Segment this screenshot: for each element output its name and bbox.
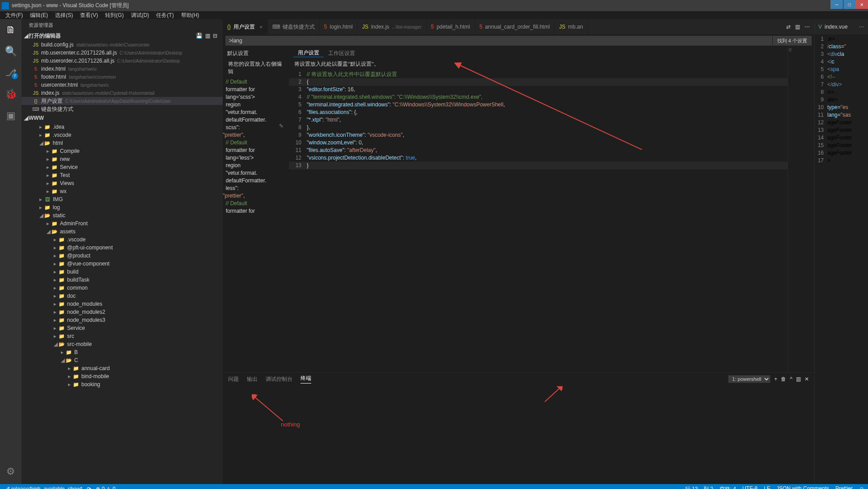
settings-gear-icon[interactable]: ⚙ — [0, 464, 21, 479]
tree-item[interactable]: ▸ 📁node_modules2 — [21, 308, 223, 316]
status-item[interactable]: ⎇ release/high_available_show* — [4, 486, 82, 489]
settings-search-input[interactable] — [225, 36, 772, 46]
menu-item[interactable]: 编辑(E) — [26, 12, 51, 19]
tree-item[interactable]: ▸ 📁.vscode — [21, 131, 223, 139]
tree-item[interactable]: ◢ 📂assets — [21, 228, 223, 236]
status-item[interactable]: ⟳ — [87, 486, 91, 489]
debug-icon[interactable]: 🐞 — [0, 87, 21, 101]
panel-tab[interactable]: 问题 — [228, 375, 239, 383]
close-all-icon[interactable]: ⊟ — [213, 33, 217, 39]
terminal-body[interactable]: nothing — [223, 385, 814, 484]
tree-item[interactable]: ▸ 📁.idea — [21, 123, 223, 131]
tree-item[interactable]: ▸ 🖼IMG — [21, 195, 223, 203]
terminal-selector[interactable]: 1: powershell — [728, 375, 771, 383]
settings-scope-tab[interactable]: 用户设置 — [293, 49, 324, 57]
workspace-section[interactable]: ◢ WWW — [21, 113, 223, 123]
status-item[interactable]: LF — [764, 485, 770, 489]
editor-tab[interactable]: JSmb.an — [555, 19, 588, 34]
tree-item[interactable]: ▸ 📁Service — [21, 324, 223, 332]
split-icon[interactable]: ▥ — [205, 33, 210, 39]
right-editor-code[interactable]: 1:e>2/ class="3 <div cla4 <i c5 <spa6 <!… — [815, 34, 868, 165]
split-panel-icon[interactable]: ▥ — [796, 376, 801, 382]
tree-item[interactable]: ▸ 📁AdminFront — [21, 219, 223, 228]
save-all-icon[interactable]: 💾 — [196, 33, 203, 39]
editor-tab[interactable]: 5pdetail_h.html — [427, 19, 475, 34]
menu-item[interactable]: 帮助(H) — [178, 12, 203, 19]
tree-item[interactable]: ▸ 📁bind-mobile — [21, 372, 223, 380]
open-editors-section[interactable]: ◢ 打开的编辑器 💾 ▥ ⊟ — [21, 31, 223, 41]
close-icon[interactable]: ⋯ — [859, 24, 864, 30]
tree-item[interactable]: ▸ 📁@pft-ui-component — [21, 244, 223, 252]
open-editor-item[interactable]: JSmb.userorder.c.20171226.all.jsC:\Users… — [21, 57, 223, 65]
panel-tab[interactable]: 终端 — [301, 375, 311, 384]
tree-item[interactable]: ▸ 📁buildTask — [21, 276, 223, 284]
source-control-icon[interactable]: ⎇7 — [0, 66, 21, 80]
maximize-button[interactable]: □ — [843, 0, 855, 9]
tree-item[interactable]: ▸ 📁log — [21, 203, 223, 211]
tree-item[interactable]: ▸ 📁build — [21, 268, 223, 276]
menu-item[interactable]: 选择(S) — [51, 12, 76, 19]
minimap[interactable]: ▓▓▓▓▓▓▓▓▓▓▓▓▓▓▓▓ — [788, 47, 814, 372]
editor-tab[interactable]: {}用户设置× — [223, 19, 268, 34]
tree-item[interactable]: ◢ 📂src-mobile — [21, 340, 223, 348]
close-panel-icon[interactable]: ✕ — [804, 376, 809, 382]
tree-item[interactable]: ▸ 📁Views — [21, 179, 223, 187]
edit-pencil-icon[interactable]: ✎ — [279, 123, 284, 129]
status-item[interactable]: ⊗ 0 ⚠ 0 — [96, 486, 115, 489]
tree-item[interactable]: ▸ 📁Compile — [21, 147, 223, 155]
tree-item[interactable]: ▸ 📁node_modules3 — [21, 316, 223, 324]
status-item[interactable]: JSON with Comments — [776, 485, 829, 489]
tree-item[interactable]: ▸ 📁common — [21, 284, 223, 292]
editor-tab[interactable]: ⌨键盘快捷方式 — [268, 19, 320, 34]
status-item[interactable]: Prettier — [835, 485, 853, 489]
tree-item[interactable]: ◢ 📂html — [21, 139, 223, 147]
tree-item[interactable]: ▸ 📁@vue-component — [21, 260, 223, 268]
search-icon[interactable]: 🔍 — [0, 44, 21, 59]
user-settings-code[interactable]: 1 // 将设置放入此文件中以覆盖默认设置2{3 "editor.fontSiz… — [289, 69, 788, 372]
open-editor-item[interactable]: JSbuild.config.jsstatic\assets\src-mobil… — [21, 41, 223, 49]
tree-item[interactable]: ▸ 📁node_modules — [21, 300, 223, 308]
panel-tab[interactable]: 调试控制台 — [266, 375, 292, 383]
status-item[interactable]: 空格: 4 — [720, 485, 736, 489]
tree-item[interactable]: ▸ 📁Test — [21, 171, 223, 179]
tree-item[interactable]: ▸ 📁.vscode — [21, 236, 223, 244]
open-editor-item[interactable]: JSindex.jsstatic\assets\src-mobile\C\pde… — [21, 89, 223, 97]
open-editor-item[interactable]: 5footer.htmltangshan\wx\c\common — [21, 73, 223, 81]
tree-item[interactable]: ▸ 📁Service — [21, 163, 223, 171]
status-item[interactable]: ☺ — [859, 485, 864, 489]
editor-tab[interactable]: 5login.html — [320, 19, 358, 34]
more-icon[interactable]: ⋯ — [804, 24, 810, 30]
tree-item[interactable]: ◢ 📂C — [21, 356, 223, 364]
menu-item[interactable]: 任务(T) — [152, 12, 177, 19]
open-editor-item[interactable]: ⌨键盘快捷方式 — [21, 105, 223, 113]
menu-item[interactable]: 调试(D) — [127, 12, 153, 19]
status-item[interactable]: UTF-8 — [742, 485, 758, 489]
minimize-button[interactable]: ─ — [830, 0, 843, 9]
tree-item[interactable]: ▸ 📁annual-card — [21, 364, 223, 372]
default-settings-code[interactable]: // Default formatter for lang='scss'> re… — [223, 76, 287, 372]
split-icon[interactable]: ▥ — [795, 24, 800, 30]
menu-item[interactable]: 文件(F) — [2, 12, 26, 19]
compare-icon[interactable]: ⇄ — [786, 24, 791, 30]
maximize-panel-icon[interactable]: ^ — [790, 376, 792, 382]
menu-item[interactable]: 转到(G) — [102, 12, 127, 19]
extensions-icon[interactable]: ▣ — [0, 109, 21, 123]
tree-item[interactable]: ▸ 📁B — [21, 348, 223, 356]
tree-item[interactable]: ▸ 📁src — [21, 332, 223, 340]
tree-item[interactable]: ▸ 📁doc — [21, 292, 223, 300]
editor-tab[interactable]: 5annual_card_order_fill.html — [475, 19, 555, 34]
explorer-icon[interactable]: 🗎 — [0, 23, 21, 37]
tree-item[interactable]: ▸ 📁@product — [21, 252, 223, 260]
right-editor-tab[interactable]: V index.vue ⋯ — [815, 19, 868, 34]
close-button[interactable]: ✕ — [855, 0, 868, 9]
new-terminal-icon[interactable]: + — [774, 376, 777, 382]
tree-item[interactable]: ◢ 📂static — [21, 211, 223, 219]
menu-item[interactable]: 查看(V) — [76, 12, 102, 19]
tree-item[interactable]: ▸ 📁wx — [21, 187, 223, 195]
tree-item[interactable]: ▸ 📁booking — [21, 380, 223, 388]
kill-terminal-icon[interactable]: 🗑 — [781, 376, 786, 382]
open-editor-item[interactable]: JSmb.usercenter.c.20171226.all.jsC:\User… — [21, 49, 223, 57]
panel-tab[interactable]: 输出 — [247, 375, 258, 383]
open-editor-item[interactable]: 5index.htmltangshan\wx\c — [21, 65, 223, 73]
tree-item[interactable]: ▸ 📁new — [21, 155, 223, 163]
